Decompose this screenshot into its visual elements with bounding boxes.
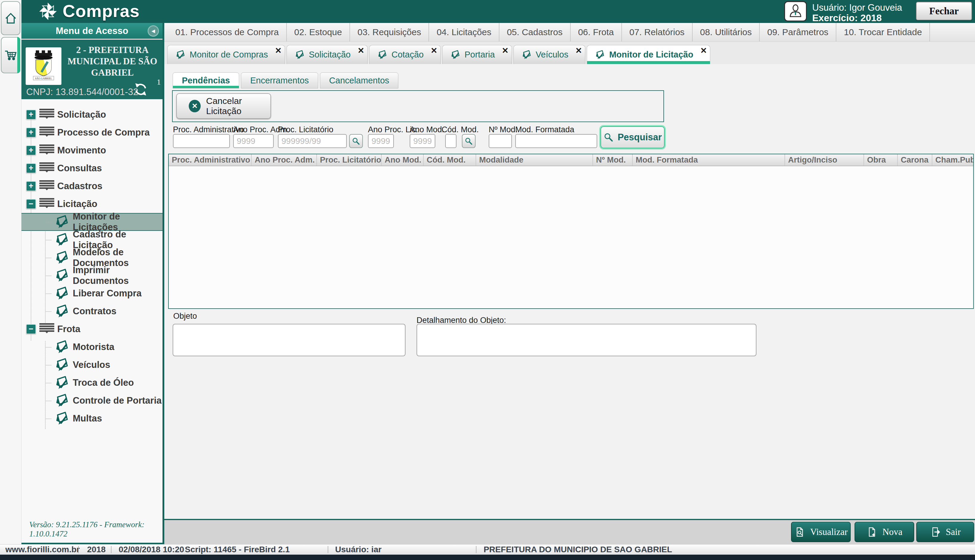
home-button[interactable] [1,1,20,35]
document-magnifier-icon [794,526,805,538]
user-name-label: Usuário: Igor Gouveia [812,2,902,13]
sidebar-item-movimento[interactable]: + Movimento [22,142,162,159]
status-site: www.fiorilli.com.br [5,545,80,554]
menu-item-parametros[interactable]: 09. Parâmetros [760,23,836,42]
tab-cotacao[interactable]: Cotação ✕ [369,45,441,64]
close-icon[interactable]: ✕ [575,46,582,55]
menu-item-relatorios[interactable]: 07. Relatórios [622,23,692,42]
close-icon[interactable]: ✕ [431,46,437,55]
document-pencil-icon [54,303,69,319]
sidebar-collapse-button[interactable]: ◄ [147,25,159,37]
refresh-icon[interactable] [132,81,149,98]
sair-button[interactable]: Sair [916,522,974,542]
cod-mod-search-button[interactable] [462,134,476,148]
proc-licitatorio-search-button[interactable] [349,134,363,148]
sidebar-item-multas[interactable]: Multas [22,410,162,427]
sidebar-item-liberar-compra[interactable]: Liberar Compra [22,285,162,302]
column-header[interactable]: Mod. Formatada [633,154,785,166]
sidebar-item-cadastro-de-licitacao[interactable]: Cadastro de Licitação [22,231,162,249]
tab-monitor-de-licitacao[interactable]: Monitor de Licitação ✕ [587,45,710,64]
sidebar-title-bar: Menu de Acesso ◄ [22,23,162,40]
purchases-module-button[interactable] [1,37,20,73]
menu-list-icon [39,127,54,135]
sidebar-item-monitor-de-licitacoes[interactable]: Monitor de Licitações [22,213,162,231]
close-icon[interactable]: ✕ [358,46,365,55]
menu-tree: + Solicitação + Processo de Compra + Mov… [22,99,162,514]
expand-plus-icon[interactable]: + [26,163,36,173]
menu-item-processos-de-compra[interactable]: 01. Processos de Compra [168,23,287,42]
sidebar-item-contratos[interactable]: Contratos [22,302,162,320]
ano-mod-input[interactable] [410,134,435,148]
pesquisar-button[interactable]: Pesquisar [600,126,665,148]
sidebar-item-troca-de-oleo[interactable]: Troca de Óleo [22,374,162,392]
close-icon[interactable]: ✕ [275,46,282,55]
subtab-encerramentos[interactable]: Encerramentos [241,72,318,88]
objeto-textarea[interactable] [173,324,405,356]
sidebar-item-processo-de-compra[interactable]: + Processo de Compra [22,123,162,142]
expand-plus-icon[interactable]: + [26,110,36,120]
column-header[interactable]: Modalidade [476,154,593,166]
column-header[interactable]: Cód. Mod. [424,154,476,166]
column-header[interactable]: Ano Mod. [382,154,424,166]
column-header[interactable]: Nº Mod. [593,154,633,166]
num-mod-input[interactable] [489,134,512,148]
grid-body-empty[interactable] [169,166,973,308]
column-header[interactable]: Proc. Administrativo [169,154,252,166]
municipal-crest: SÃO GABRIEL [26,47,62,85]
sidebar-item-motorista[interactable]: Motorista [22,338,162,356]
sidebar-item-consultas[interactable]: + Consultas [22,159,162,177]
column-header[interactable]: Cham.Pub. [932,154,973,166]
menu-item-frota[interactable]: 06. Frota [571,23,622,42]
mod-formatada-input[interactable] [515,134,597,148]
tab-veiculos[interactable]: Veículos ✕ [513,45,585,64]
collapse-minus-icon[interactable]: − [26,199,36,209]
results-grid: Proc. Administrativo Ano Proc. Adm. Proc… [168,154,974,309]
subtab-cancelamentos[interactable]: Cancelamentos [320,72,399,88]
sidebar-item-cadastros[interactable]: + Cadastros [22,177,162,195]
sidebar-item-imprimir-documentos[interactable]: Imprimir Documentos [22,267,162,285]
tab-monitor-de-compras[interactable]: Monitor de Compras ✕ [167,45,285,64]
cod-mod-label: Cód. Mod. [442,125,479,134]
column-header[interactable]: Proc. Licitatório [317,154,382,166]
menu-item-estoque[interactable]: 02. Estoque [287,23,350,42]
menu-item-requisicoes[interactable]: 03. Requisições [350,23,429,42]
column-header[interactable]: Obra [864,154,898,166]
entity-panel: SÃO GABRIEL 2 - PREFEITURA MUNICIPAL DE … [22,40,162,99]
tab-portaria[interactable]: Portaria ✕ [442,45,512,64]
proc-administrativo-input[interactable] [173,134,230,148]
sidebar-item-veiculos[interactable]: Veículos [22,356,162,374]
sidebar-item-licitacao[interactable]: − Licitação [22,195,162,213]
close-app-button[interactable]: Fechar [916,2,972,20]
sidebar-item-frota[interactable]: − Frota [22,320,162,338]
pinwheel-logo-icon [38,2,58,21]
expand-plus-icon[interactable]: + [26,127,36,138]
cod-mod-input[interactable] [445,134,457,148]
visualizar-button[interactable]: Visualizar [791,522,851,542]
entity-badge: 1 [157,78,161,87]
subtab-pendencias[interactable]: Pendências [173,72,239,88]
sidebar-item-solicitacao[interactable]: + Solicitação [22,106,162,123]
tab-solicitacao[interactable]: Solicitação ✕ [286,45,368,64]
expand-plus-icon[interactable]: + [26,181,36,191]
expand-plus-icon[interactable]: + [26,145,36,155]
menu-item-cadastros[interactable]: 05. Cadastros [499,23,571,42]
proc-licitatorio-input[interactable] [278,134,347,148]
ano-proc-adm-input[interactable] [233,134,274,148]
nova-button[interactable]: Nova [855,522,914,542]
num-mod-label: Nº Mod. [489,125,518,134]
sidebar-item-controle-de-portaria[interactable]: Controle de Portaria [22,392,162,410]
detalhamento-textarea[interactable] [416,324,756,356]
column-header[interactable]: Ano Proc. Adm. [252,154,317,166]
sidebar-item-modelos-de-documentos[interactable]: Modelos de Documentos [22,249,162,267]
close-icon[interactable]: ✕ [701,46,707,55]
column-header[interactable]: Artigo/Inciso [785,154,864,166]
menu-item-utilitarios[interactable]: 08. Utilitários [692,23,760,42]
column-header[interactable]: Carona [898,154,932,166]
footer-action-bar: Visualizar Nova Sair [164,519,975,544]
menu-item-trocar-entidade[interactable]: 10. Trocar Entidade [836,23,930,42]
menu-item-licitacoes[interactable]: 04. Licitações [429,23,499,42]
ano-proc-lic-input[interactable] [368,134,394,148]
cancel-licitacao-button[interactable]: ✕ Cancelar Licitação [176,93,271,119]
collapse-minus-icon[interactable]: − [26,324,36,334]
close-icon[interactable]: ✕ [502,46,508,55]
